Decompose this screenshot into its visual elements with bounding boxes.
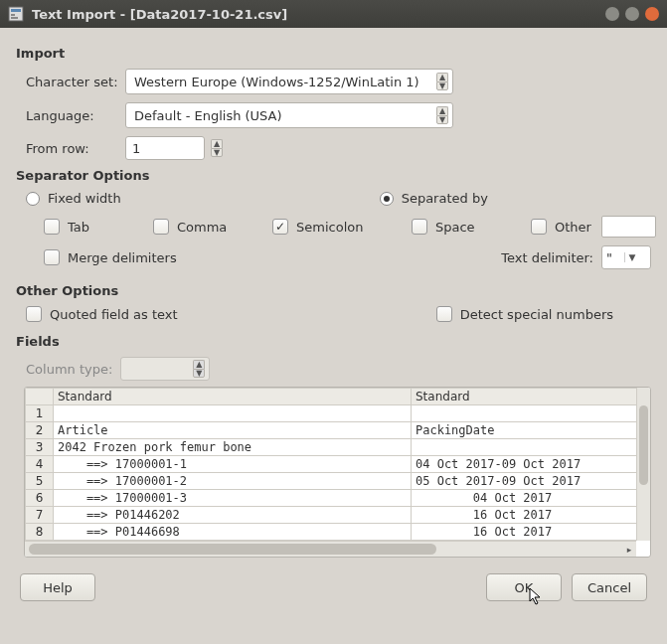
checkbox-icon	[436, 306, 452, 322]
checkbox-icon	[153, 219, 169, 235]
cell: 04 Oct 2017-09 Oct 2017	[412, 456, 637, 473]
other-options-heading: Other Options	[16, 283, 651, 298]
column-header[interactable]: Standard	[54, 389, 412, 405]
column-type-combo[interactable]: ▲▼	[120, 357, 210, 381]
corner-cell	[26, 389, 54, 405]
fixed-width-label: Fixed width	[48, 191, 121, 206]
separated-by-label: Separated by	[402, 191, 488, 206]
quoted-field-checkbox[interactable]: Quoted field as text	[26, 306, 178, 322]
chevron-down-icon[interactable]: ▼	[211, 148, 223, 157]
cancel-label: Cancel	[587, 580, 631, 595]
other-label: Other	[555, 220, 591, 235]
charset-combo[interactable]: Western Europe (Windows-1252/WinLatin 1)…	[125, 69, 453, 94]
row-number: 2	[26, 422, 54, 439]
chevron-down-icon: ▼	[193, 369, 205, 378]
tab-label: Tab	[68, 220, 89, 235]
comma-checkbox[interactable]: Comma	[153, 219, 262, 235]
language-label: Language:	[16, 108, 125, 123]
cell: Article	[54, 422, 412, 439]
ok-button[interactable]: OK	[486, 573, 562, 601]
other-input[interactable]	[601, 216, 656, 238]
table-row[interactable]: 2ArticlePackingDatePcs	[26, 422, 637, 439]
horizontal-scrollbar[interactable]: ▸	[25, 541, 636, 557]
column-header[interactable]: Standard	[412, 389, 637, 405]
merge-delimiters-checkbox[interactable]: Merge delimiters	[44, 249, 177, 265]
window-close-button[interactable]	[645, 7, 659, 21]
vertical-scrollbar[interactable]	[636, 388, 650, 541]
checkbox-icon	[44, 219, 60, 235]
column-type-label: Column type:	[26, 362, 112, 377]
fixed-width-radio[interactable]: Fixed width	[26, 191, 121, 206]
checkbox-icon	[272, 219, 288, 235]
preview-grid[interactable]: Standard Standard Standard 12ArticlePack…	[24, 387, 651, 558]
semicolon-label: Semicolon	[296, 220, 363, 235]
table-row[interactable]: 5 ==> 17000001-205 Oct 2017-09 Oct 2017	[26, 473, 637, 490]
language-value: Default - English (USA)	[134, 108, 432, 123]
row-number: 5	[26, 473, 54, 490]
scroll-thumb[interactable]	[29, 544, 436, 555]
help-button[interactable]: Help	[20, 573, 95, 601]
space-checkbox[interactable]: Space	[412, 219, 521, 235]
chevron-up-icon[interactable]: ▲	[211, 139, 223, 148]
table-row[interactable]: 6 ==> 17000001-3 04 Oct 2017	[26, 490, 637, 507]
row-number: 4	[26, 456, 54, 473]
fields-heading: Fields	[16, 334, 651, 349]
cell: 16 Oct 2017	[412, 507, 637, 524]
merge-label: Merge delimiters	[68, 250, 177, 265]
chevron-right-icon[interactable]: ▸	[622, 542, 636, 557]
fromrow-input[interactable]: 1	[125, 136, 205, 160]
titlebar: Text Import - [Data2017-10-21.csv]	[0, 0, 667, 28]
tab-checkbox[interactable]: Tab	[44, 219, 143, 235]
chevron-down-icon[interactable]: ▼	[436, 115, 448, 124]
separator-heading: Separator Options	[16, 168, 651, 183]
window-title: Text Import - [Data2017-10-21.csv]	[32, 7, 597, 22]
radio-icon	[380, 192, 394, 206]
cell: ==> 17000001-3	[54, 490, 412, 507]
other-checkbox[interactable]: Other	[531, 219, 591, 235]
detect-numbers-label: Detect special numbers	[460, 307, 613, 322]
help-label: Help	[43, 580, 73, 595]
space-label: Space	[435, 220, 475, 235]
quoted-field-label: Quoted field as text	[50, 307, 178, 322]
table-row[interactable]: 32042 Frozen pork femur bone7	[26, 439, 637, 456]
charset-label: Character set:	[16, 75, 125, 89]
chevron-up-icon[interactable]: ▲	[436, 106, 448, 115]
fromrow-value: 1	[132, 141, 140, 156]
cancel-button[interactable]: Cancel	[572, 573, 647, 601]
cell: ==> P01446202	[54, 507, 412, 524]
row-number: 6	[26, 490, 54, 507]
ok-label: OK	[515, 580, 534, 595]
chevron-down-icon: ▼	[624, 252, 647, 262]
preview-header-row[interactable]: Standard Standard Standard	[26, 389, 637, 405]
text-delimiter-combo[interactable]: " ▼	[601, 245, 651, 269]
semicolon-checkbox[interactable]: Semicolon	[272, 219, 402, 235]
table-row[interactable]: 7 ==> P01446202 16 Oct 2017	[26, 507, 637, 524]
language-combo[interactable]: Default - English (USA) ▲▼	[125, 102, 453, 128]
cell: 16 Oct 2017	[412, 524, 637, 541]
chevron-up-icon[interactable]: ▲	[436, 73, 448, 81]
detect-numbers-checkbox[interactable]: Detect special numbers	[436, 306, 613, 322]
window-minimize-button[interactable]	[605, 7, 619, 21]
table-row[interactable]: 8 ==> P01446698 16 Oct 2017	[26, 524, 637, 541]
row-number: 1	[26, 405, 54, 422]
svg-rect-1	[11, 9, 21, 12]
cell: 05 Oct 2017-09 Oct 2017	[412, 473, 637, 490]
scroll-thumb[interactable]	[639, 405, 648, 485]
separated-by-radio[interactable]: Separated by	[380, 191, 488, 206]
checkbox-icon	[26, 306, 42, 322]
cell	[412, 439, 637, 456]
row-number: 8	[26, 524, 54, 541]
chevron-up-icon: ▲	[193, 360, 205, 369]
cell: ==> P01446698	[54, 524, 412, 541]
cell: PackingDate	[412, 422, 637, 439]
import-heading: Import	[16, 46, 651, 61]
comma-label: Comma	[177, 220, 227, 235]
table-row[interactable]: 1	[26, 405, 637, 422]
table-row[interactable]: 4 ==> 17000001-104 Oct 2017-09 Oct 20175	[26, 456, 637, 473]
svg-rect-3	[11, 17, 18, 19]
chevron-down-icon[interactable]: ▼	[436, 81, 448, 90]
window-maximize-button[interactable]	[625, 7, 639, 21]
cell: ==> 17000001-2	[54, 473, 412, 490]
cell: 2042 Frozen pork femur bone	[54, 439, 412, 456]
row-number: 7	[26, 507, 54, 524]
